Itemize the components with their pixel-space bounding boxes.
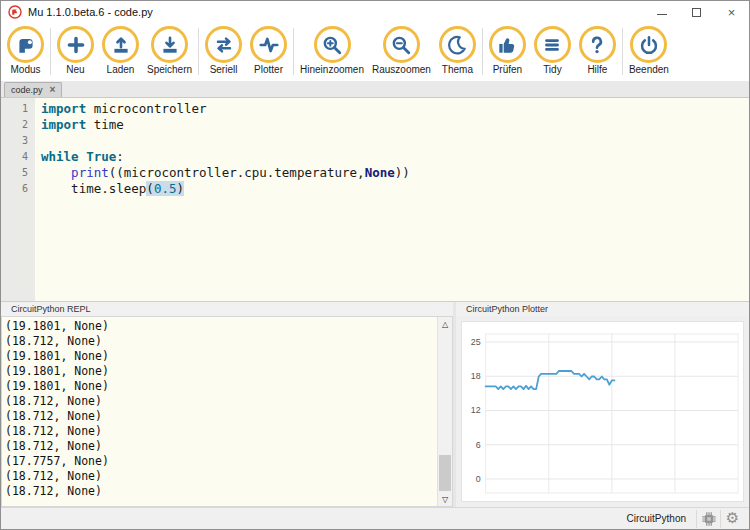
plotter-label: Plotter [254, 64, 283, 75]
thumbs-up-icon [496, 34, 518, 56]
tidy-label: Tidy [543, 64, 562, 75]
moon-icon [446, 34, 468, 56]
plotter-pane-title: CircuitPython Plotter [466, 304, 548, 314]
check-label: Prüfen [493, 64, 522, 75]
mode-mu-icon [15, 34, 37, 56]
zoom-out-icon [390, 34, 412, 56]
toolbar: Modus Neu Laden Speichern [1, 23, 749, 81]
plotter-content: 25181260 [456, 316, 749, 507]
code-line: import microcontroller [41, 101, 749, 117]
question-icon [586, 34, 608, 56]
toolbar-separator [50, 28, 51, 75]
y-tick-label: 25 [471, 337, 481, 347]
zoom-out-button[interactable]: Rauszoomen [368, 25, 435, 76]
load-label: Laden [107, 64, 135, 75]
toolbar-separator [622, 28, 623, 75]
status-bar: CircuitPython ⚙ [1, 507, 749, 529]
scroll-down-icon[interactable]: ▽ [438, 492, 452, 506]
tidy-button[interactable]: Tidy [530, 25, 575, 76]
y-tick-label: 6 [476, 440, 481, 450]
line-number: 5 [1, 165, 28, 181]
tab-close-icon[interactable]: × [50, 85, 56, 95]
title-bar: Mu 1.1.0.beta.6 - code.py × [1, 1, 749, 23]
theme-label: Thema [442, 64, 473, 75]
help-label: Hilfe [587, 64, 607, 75]
plotter-button[interactable]: Plotter [246, 25, 291, 76]
plotter-pane-header: CircuitPython Plotter [456, 302, 749, 316]
check-button[interactable]: Prüfen [485, 25, 530, 76]
theme-button[interactable]: Thema [435, 25, 480, 76]
gear-icon: ⚙ [726, 511, 739, 526]
window-title: Mu 1.1.0.beta.6 - code.py [28, 6, 644, 18]
quit-button[interactable]: Beenden [625, 25, 673, 76]
code-line [41, 133, 749, 149]
mu-app-window: Mu 1.1.0.beta.6 - code.py × Modus Neu [0, 0, 750, 530]
line-number: 1 [1, 101, 28, 117]
repl-line: (18.712, None) [5, 394, 434, 409]
close-icon: × [728, 6, 736, 19]
status-mode-label: CircuitPython [627, 513, 686, 524]
maximize-icon [692, 8, 701, 17]
line-number-gutter: 123456 [1, 98, 35, 301]
new-button[interactable]: Neu [53, 25, 98, 76]
serial-label: Seriell [210, 64, 238, 75]
device-status-button[interactable] [696, 510, 720, 528]
repl-line: (18.712, None) [5, 334, 434, 349]
y-tick-label: 0 [476, 474, 481, 484]
maximize-button[interactable] [679, 1, 714, 23]
code-text-area[interactable]: import microcontrollerimport timewhile T… [35, 98, 749, 301]
repl-line: (19.1801, None) [5, 319, 434, 334]
upload-icon [110, 34, 132, 56]
repl-output[interactable]: △ ▽ (19.1801, None)(18.712, None)(19.180… [1, 316, 453, 507]
repl-line: (18.712, None) [5, 439, 434, 454]
help-button[interactable]: Hilfe [575, 25, 620, 76]
repl-line: (18.712, None) [5, 424, 434, 439]
repl-pane-header: CircuitPython REPL [1, 302, 453, 316]
download-icon [159, 34, 181, 56]
line-number: 4 [1, 149, 28, 165]
repl-scrollbar[interactable]: △ ▽ [437, 317, 452, 506]
scrollbar-thumb[interactable] [439, 455, 451, 491]
code-line: while True: [41, 149, 749, 165]
bottom-panes: CircuitPython REPL △ ▽ (19.1801, None)(1… [1, 301, 749, 507]
plotter-pane: CircuitPython Plotter 25181260 [456, 302, 749, 507]
mode-button[interactable]: Modus [3, 25, 48, 76]
quit-label: Beenden [629, 64, 669, 75]
code-line: print((microcontroller.cpu.temperature,N… [41, 165, 749, 181]
settings-button[interactable]: ⚙ [720, 510, 744, 528]
save-label: Speichern [147, 64, 192, 75]
tab-code-py[interactable]: code.py × [4, 82, 62, 97]
temperature-line [486, 371, 615, 389]
y-tick-label: 12 [471, 405, 481, 415]
mu-logo-icon [8, 5, 22, 19]
y-tick-label: 18 [471, 371, 481, 381]
toolbar-separator [482, 28, 483, 75]
minimize-icon [657, 14, 667, 15]
new-label: Neu [66, 64, 84, 75]
save-button[interactable]: Speichern [143, 25, 196, 76]
minimize-button[interactable] [644, 1, 679, 23]
code-line: import time [41, 117, 749, 133]
repl-line: (19.1801, None) [5, 364, 434, 379]
mode-label: Modus [10, 64, 40, 75]
tab-bar: code.py × [1, 81, 749, 97]
serial-button[interactable]: Seriell [201, 25, 246, 76]
repl-line: (18.712, None) [5, 484, 434, 499]
repl-line: (17.7757, None) [5, 454, 434, 469]
repl-line: (18.712, None) [5, 409, 434, 424]
plotter-chart-svg: 25181260 [462, 322, 743, 501]
line-number: 6 [1, 181, 28, 197]
load-button[interactable]: Laden [98, 25, 143, 76]
line-number: 2 [1, 117, 28, 133]
scroll-up-icon[interactable]: △ [438, 317, 452, 331]
tab-label: code.py [11, 85, 43, 95]
zoom-out-label: Rauszoomen [372, 64, 431, 75]
close-button[interactable]: × [714, 1, 749, 23]
zoom-in-icon [321, 34, 343, 56]
zoom-in-button[interactable]: Hineinzoomen [296, 25, 368, 76]
lines-icon [541, 34, 563, 56]
code-editor[interactable]: 123456 import microcontrollerimport time… [1, 97, 749, 301]
line-number: 3 [1, 133, 28, 149]
pulse-icon [258, 34, 280, 56]
repl-line: (19.1801, None) [5, 349, 434, 364]
